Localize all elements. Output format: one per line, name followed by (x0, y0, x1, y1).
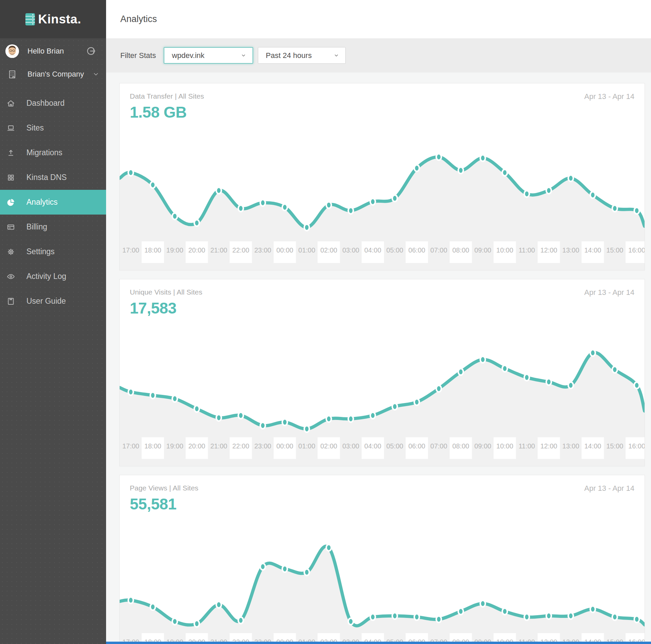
svg-text:11:00: 11:00 (518, 442, 535, 450)
chevron-down-icon (333, 53, 339, 58)
eye-icon (7, 273, 15, 281)
company-selector[interactable]: Brian's Company (0, 64, 106, 85)
user-row: Hello Brian (0, 38, 106, 64)
svg-text:00:00: 00:00 (276, 246, 293, 254)
laptop-icon (7, 124, 15, 132)
time-range-select[interactable]: Past 24 hours (258, 47, 346, 64)
svg-text:15:00: 15:00 (606, 442, 623, 450)
sidebar-item-user-guide[interactable]: User Guide (0, 289, 106, 314)
card-title: Data Transfer | All Sites (130, 92, 204, 101)
sidebar-item-label: Kinsta DNS (26, 173, 67, 182)
sidebar-item-migrations[interactable]: Migrations (0, 140, 106, 165)
page-header: Analytics (106, 0, 651, 38)
sidebar-item-label: Dashboard (26, 99, 65, 108)
logout-icon (86, 46, 96, 56)
svg-text:07:00: 07:00 (430, 246, 447, 254)
card-title: Unique Visits | All Sites (130, 288, 202, 297)
sidebar-item-dashboard[interactable]: Dashboard (0, 91, 106, 116)
svg-text:16:00: 16:00 (628, 442, 645, 450)
data-transfer-value: 1.58 GB (120, 101, 645, 121)
chevron-down-icon (93, 71, 99, 78)
unique-visits-chart[interactable]: 17:0018:0019:0020:0021:0022:0023:0000:00… (120, 319, 645, 466)
credit-card-icon (7, 223, 15, 231)
sidebar-item-label: Migrations (26, 148, 62, 157)
svg-text:13:00: 13:00 (562, 442, 579, 450)
home-icon (7, 99, 15, 107)
svg-text:06:00: 06:00 (408, 246, 425, 254)
window-edge-highlight (106, 642, 651, 644)
card-date-range: Apr 13 - Apr 14 (584, 484, 634, 493)
sidebar-item-settings[interactable]: Settings (0, 239, 106, 264)
svg-text:12:00: 12:00 (540, 246, 557, 254)
data-transfer-chart[interactable]: 17:0018:0019:0020:0021:0022:0023:0000:00… (120, 123, 645, 270)
logout-button[interactable] (86, 46, 96, 56)
svg-text:15:00: 15:00 (606, 246, 623, 254)
svg-text:22:00: 22:00 (232, 246, 249, 254)
svg-text:22:00: 22:00 (232, 442, 249, 450)
svg-text:05:00: 05:00 (386, 442, 403, 450)
logo[interactable]: Kinsta. (0, 0, 106, 38)
svg-text:06:00: 06:00 (408, 442, 425, 450)
sidebar-item-analytics[interactable]: Analytics (0, 190, 106, 215)
svg-text:07:00: 07:00 (430, 442, 447, 450)
kinsta-server-icon (25, 13, 35, 26)
data-transfer-card: Data Transfer | All Sites Apr 13 - Apr 1… (119, 83, 645, 270)
svg-text:08:00: 08:00 (452, 246, 469, 254)
svg-text:09:00: 09:00 (474, 246, 491, 254)
unique-visits-card: Unique Visits | All Sites Apr 13 - Apr 1… (119, 279, 645, 466)
filter-bar: Filter Stats wpdev.ink Past 24 hours (106, 38, 651, 73)
svg-text:10:00: 10:00 (496, 442, 513, 450)
svg-text:02:00: 02:00 (320, 442, 337, 450)
svg-text:16:00: 16:00 (628, 246, 645, 254)
upload-icon (7, 149, 15, 157)
svg-text:09:00: 09:00 (474, 442, 491, 450)
page-views-card: Page Views | All Sites Apr 13 - Apr 14 5… (119, 475, 645, 644)
svg-text:19:00: 19:00 (166, 442, 183, 450)
unique-visits-value: 17,583 (120, 297, 645, 317)
svg-text:21:00: 21:00 (210, 246, 227, 254)
sidebar-item-label: Settings (26, 247, 55, 256)
svg-text:19:00: 19:00 (166, 246, 183, 254)
pie-chart-icon (7, 198, 15, 206)
book-icon (7, 297, 15, 305)
card-date-range: Apr 13 - Apr 14 (584, 92, 634, 101)
filter-stats-label: Filter Stats (120, 51, 156, 60)
site-select[interactable]: wpdev.ink (164, 47, 253, 64)
card-header: Unique Visits | All Sites Apr 13 - Apr 1… (120, 279, 645, 297)
sidebar-item-activity-log[interactable]: Activity Log (0, 264, 106, 289)
page-title: Analytics (120, 14, 157, 24)
main-content: Analytics Filter Stats wpdev.ink Past 24… (106, 0, 651, 644)
svg-text:12:00: 12:00 (540, 442, 557, 450)
company-name: Brian's Company (27, 70, 84, 79)
sidebar-item-label: Activity Log (26, 272, 66, 281)
svg-text:02:00: 02:00 (320, 246, 337, 254)
page-views-chart[interactable]: 17:0018:0019:0020:0021:0022:0023:0000:00… (120, 515, 645, 644)
svg-text:13:00: 13:00 (562, 246, 579, 254)
avatar (5, 44, 19, 58)
svg-text:18:00: 18:00 (144, 442, 161, 450)
svg-text:11:00: 11:00 (518, 246, 535, 254)
svg-text:08:00: 08:00 (452, 442, 469, 450)
card-header: Page Views | All Sites Apr 13 - Apr 14 (120, 475, 645, 493)
building-icon (8, 70, 16, 79)
avatar-illustration (5, 44, 19, 58)
sidebar-item-kinsta-dns[interactable]: Kinsta DNS (0, 165, 106, 190)
sidebar-item-label: Billing (26, 222, 47, 232)
svg-text:00:00: 00:00 (276, 442, 293, 450)
app: Kinsta. Hello Brian (0, 0, 651, 644)
svg-text:05:00: 05:00 (386, 246, 403, 254)
svg-text:01:00: 01:00 (298, 246, 315, 254)
svg-text:23:00: 23:00 (254, 442, 271, 450)
sidebar-item-label: User Guide (26, 297, 66, 306)
site-select-value: wpdev.ink (172, 51, 204, 60)
sidebar-item-billing[interactable]: Billing (0, 215, 106, 239)
svg-text:14:00: 14:00 (584, 246, 601, 254)
sidebar-item-label: Analytics (26, 198, 58, 207)
svg-text:03:00: 03:00 (342, 246, 359, 254)
sidebar: Kinsta. Hello Brian (0, 0, 106, 644)
sidebar-body: Hello Brian Brian's Compa (0, 38, 106, 644)
svg-text:10:00: 10:00 (496, 246, 513, 254)
svg-text:03:00: 03:00 (342, 442, 359, 450)
chevron-down-icon (241, 53, 246, 58)
sidebar-item-sites[interactable]: Sites (0, 116, 106, 140)
